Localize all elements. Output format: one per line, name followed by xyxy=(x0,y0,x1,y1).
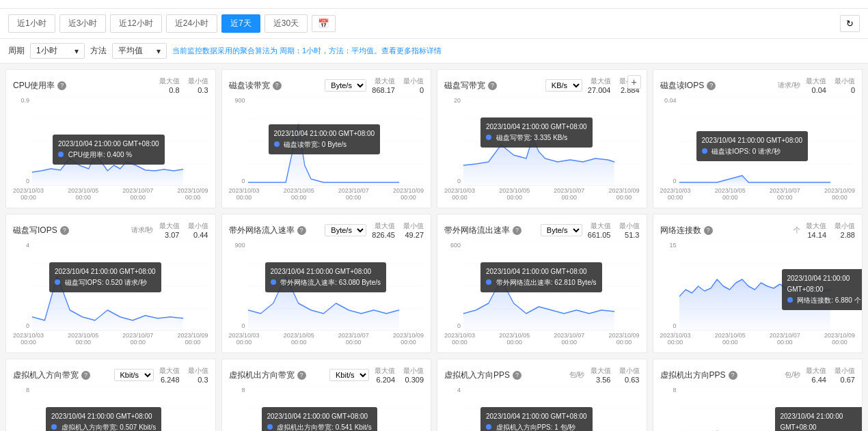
tooltip-metric-disk-write-iops: 磁盘写IOPS: 0.520 请求/秒 xyxy=(65,279,147,286)
tooltip-disk-write-bw: 2023/10/04 21:00:00 GMT+08:00 磁盘写带宽: 3.3… xyxy=(480,117,593,148)
tooltip-vm-out-pps: 2023/10/04 21:00:00 GMT+08:00 虚拟机出方向PPS:… xyxy=(775,407,863,431)
help-icon-disk-write-bw[interactable]: ? xyxy=(488,81,497,90)
unit-selector-net-in[interactable]: Byte/s xyxy=(325,224,366,236)
chart-area-net-connections: 2023/10/04 21:00:00 GMT+08:00 网络连接数: 6.8… xyxy=(679,242,856,331)
max-value-disk-read-bw: 868.17 xyxy=(372,86,395,94)
x-labels-disk-write-bw: 2023/10/03 00:002023/10/05 00:002023/10/… xyxy=(444,187,640,201)
time-btn-1h[interactable]: 近1小时 xyxy=(8,14,55,33)
more-metrics-link[interactable]: 查看更多指标详情 xyxy=(381,46,442,55)
y-unit-disk-read-iops: 请求/秒 xyxy=(778,81,800,90)
time-btn-24h[interactable]: 近24小时 xyxy=(166,14,217,33)
chart-card-cpu: CPU使用率 ? 最大值 0.8 最小值 0.3 0. xyxy=(5,69,216,208)
time-bar: 近1小时 近3小时 近12小时 近24小时 近7天 近30天 📅 ↻ xyxy=(0,9,868,39)
max-value-vm-in-bw: 6.248 xyxy=(161,376,180,384)
tooltip-metric-disk-write-bw: 磁盘写带宽: 3.335 KB/s xyxy=(496,134,567,141)
help-icon-disk-read-bw[interactable]: ? xyxy=(273,81,282,90)
chart-card-vm-in-bw: 虚拟机入方向带宽 ? Kbit/s 最大值 6.248 最小值 0.3 xyxy=(5,359,216,431)
y-unit-vm-in-pps: 包/秒 xyxy=(569,370,585,380)
min-value-vm-in-bw: 0.3 xyxy=(198,376,208,384)
help-icon-net-out[interactable]: ? xyxy=(513,226,521,235)
tooltip-metric-net-out: 带外网络流出速率: 62.810 Byte/s xyxy=(496,279,597,286)
max-value-disk-read-iops: 0.04 xyxy=(812,86,826,94)
tooltip-metric-vm-in-pps: 虚拟机入方向PPS: 1 包/秒 xyxy=(496,423,576,431)
help-icon-disk-read-iops[interactable]: ? xyxy=(707,81,716,90)
min-value-net-in: 49.27 xyxy=(405,231,424,239)
tooltip-disk-write-iops: 2023/10/04 21:00:00 GMT+08:00 磁盘写IOPS: 0… xyxy=(49,262,161,292)
tooltip-metric-net-in: 带外网络流入速率: 63.080 Byte/s xyxy=(280,279,381,286)
chart-card-vm-out-bw: 虚拟机出方向带宽 ? Kbit/s 最大值 6.204 最小值 0.309 xyxy=(221,359,432,431)
chart-area-disk-write-bw: 2023/10/04 21:00:00 GMT+08:00 磁盘写带宽: 3.3… xyxy=(463,97,640,186)
tooltip-dot-net-connections xyxy=(787,297,793,303)
x-labels-net-connections: 2023/10/03 00:002023/10/05 00:002023/10/… xyxy=(660,332,856,346)
unit-selector-vm-out-bw[interactable]: Kbit/s xyxy=(329,369,369,381)
refresh-button[interactable]: ↻ xyxy=(840,15,860,32)
time-btn-3h[interactable]: 近3小时 xyxy=(59,14,107,33)
tooltip-net-in: 2023/10/04 21:00:00 GMT+08:00 带外网络流入速率: … xyxy=(265,262,387,292)
max-value-vm-in-pps: 3.56 xyxy=(596,376,610,384)
max-value-cpu: 0.8 xyxy=(169,86,179,94)
filter-hint: 当前监控数据采用的聚合算法为 周期：1小时，方法：平均值。查看更多指标详情 xyxy=(172,46,442,56)
tooltip-metric-disk-read-iops: 磁盘读IOPS: 0 请求/秒 xyxy=(711,148,781,155)
chart-title-text-disk-read-iops: 磁盘读IOPS xyxy=(660,80,705,92)
min-value-disk-read-iops: 0 xyxy=(851,86,855,94)
top-bar xyxy=(0,0,868,9)
x-labels-net-in: 2023/10/03 00:002023/10/05 00:002023/10/… xyxy=(229,332,424,346)
period-select[interactable]: 1小时 ▾ xyxy=(30,43,85,59)
help-icon-vm-out-pps[interactable]: ? xyxy=(729,371,737,380)
help-icon-vm-out-bw[interactable]: ? xyxy=(297,371,306,380)
time-btn-30d[interactable]: 近30天 xyxy=(265,14,308,33)
max-value-net-in: 826.45 xyxy=(372,231,395,239)
help-icon-net-in[interactable]: ? xyxy=(297,226,306,235)
help-icon-cpu[interactable]: ? xyxy=(57,81,66,90)
chart-card-disk-read-bw: 磁盘读带宽 ? Byte/s 最大值 868.17 最小值 0 xyxy=(221,69,432,208)
chart-card-disk-read-iops: 磁盘读IOPS ? 请求/秒 最大值 0.04 最小值 0 xyxy=(653,69,863,208)
tooltip-cpu: 2023/10/04 21:00:00 GMT+08:00 CPU使用率: 0.… xyxy=(53,135,165,165)
charts-container: CPU使用率 ? 最大值 0.8 最小值 0.3 0. xyxy=(0,64,868,431)
tooltip-dot-disk-read-bw xyxy=(274,141,280,147)
chart-card-net-connections: 网络连接数 ? 个 最大值 14.14 最小值 2.88 xyxy=(653,214,863,353)
unit-selector-net-out[interactable]: Byte/s xyxy=(541,224,582,236)
tooltip-dot-net-in xyxy=(271,279,276,285)
unit-selector-disk-write-bw[interactable]: KB/s xyxy=(545,79,582,92)
max-value-vm-out-bw: 6.204 xyxy=(376,376,395,384)
time-btn-12h[interactable]: 近12小时 xyxy=(110,14,161,33)
tooltip-time-disk-write-bw: 2023/10/04 21:00:00 GMT+08:00 xyxy=(486,122,587,133)
tooltip-time-disk-read-bw: 2023/10/04 21:00:00 GMT+08:00 xyxy=(274,128,375,139)
max-value-disk-write-iops: 3.07 xyxy=(165,231,179,239)
chart-area-cpu: 2023/10/04 21:00:00 GMT+08:00 CPU使用率: 0.… xyxy=(32,97,208,186)
method-select[interactable]: 平均值 ▾ xyxy=(112,43,167,59)
chart-card-net-out: 带外网络流出速率 ? Byte/s 最大值 661.05 最小值 51.3 xyxy=(437,214,647,353)
tooltip-time-disk-write-iops: 2023/10/04 21:00:00 GMT+08:00 xyxy=(55,266,156,277)
x-labels-disk-write-iops: 2023/10/03 00:002023/10/05 00:002023/10/… xyxy=(13,332,208,346)
max-value-net-connections: 14.14 xyxy=(807,231,826,239)
chart-card-disk-write-bw: + 磁盘写带宽 ? KB/s 最大值 27.004 最小值 2.884 xyxy=(437,69,647,208)
tooltip-metric-vm-out-bw: 虚拟机出方向带宽: 0.541 Kbit/s xyxy=(277,423,371,431)
add-chart-btn[interactable]: + xyxy=(627,75,641,89)
tooltip-vm-in-bw: 2023/10/04 21:00:00 GMT+08:00 虚拟机入方向带宽: … xyxy=(46,407,161,431)
tooltip-dot-disk-write-iops xyxy=(55,279,60,285)
time-btn-7d[interactable]: 近7天 xyxy=(221,14,260,33)
tooltip-time-vm-in-bw: 2023/10/04 21:00:00 GMT+08:00 xyxy=(51,411,156,422)
y-unit-vm-out-pps: 包/秒 xyxy=(785,370,800,380)
help-icon-vm-in-pps[interactable]: ? xyxy=(513,371,521,380)
chart-area-vm-in-pps: 2023/10/04 21:00:00 GMT+08:00 虚拟机入方向PPS:… xyxy=(463,387,640,431)
min-value-disk-read-bw: 0 xyxy=(420,86,424,94)
tooltip-metric-vm-in-bw: 虚拟机入方向带宽: 0.507 Kbit/s xyxy=(62,423,156,431)
max-value-disk-write-bw: 27.004 xyxy=(588,86,611,94)
help-icon-disk-write-iops[interactable]: ? xyxy=(60,226,69,235)
min-value-vm-in-pps: 0.63 xyxy=(625,376,639,384)
tooltip-time-vm-out-pps: 2023/10/04 21:00:00 GMT+08:00 xyxy=(781,411,863,431)
calendar-icon-btn[interactable]: 📅 xyxy=(312,15,336,32)
filter-bar: 周期 1小时 ▾ 方法 平均值 ▾ 当前监控数据采用的聚合算法为 周期：1小时，… xyxy=(0,39,868,64)
tooltip-metric-net-connections: 网络连接数: 6.880 个 xyxy=(797,296,860,304)
help-icon-vm-in-bw[interactable]: ? xyxy=(81,371,90,380)
unit-selector-disk-read-bw[interactable]: Byte/s xyxy=(325,79,366,92)
chart-area-vm-out-bw: 2023/10/04 21:00:00 GMT+08:00 虚拟机出方向带宽: … xyxy=(248,387,424,431)
unit-selector-vm-in-bw[interactable]: Kbit/s xyxy=(114,369,154,381)
tooltip-time-net-connections: 2023/10/04 21:00:00 GMT+08:00 xyxy=(787,273,863,295)
chart-area-disk-write-iops: 2023/10/04 21:00:00 GMT+08:00 磁盘写IOPS: 0… xyxy=(32,242,208,331)
help-icon-net-connections[interactable]: ? xyxy=(704,226,713,235)
chart-area-vm-out-pps: 2023/10/04 21:00:00 GMT+08:00 虚拟机出方向PPS:… xyxy=(679,387,856,431)
tooltip-dot-vm-in-bw xyxy=(51,424,57,430)
tooltip-dot-disk-write-bw xyxy=(486,135,491,140)
